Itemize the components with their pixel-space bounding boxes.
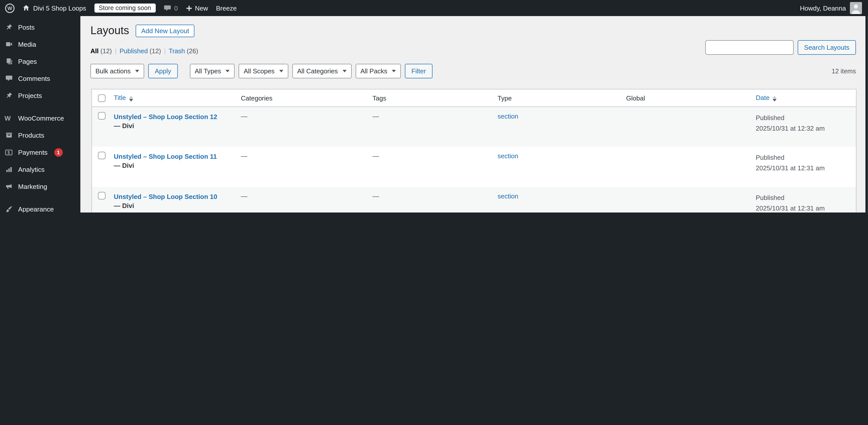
pin-icon — [4, 24, 13, 31]
new-label: New — [195, 4, 208, 12]
column-header-date[interactable]: Date — [752, 89, 856, 107]
row-title-cell: Unstyled – Shop Loop Section 11 — Divi — [114, 152, 227, 170]
admin-bar: W Divi 5 Shop Loops Store coming soon 0 … — [0, 0, 868, 16]
view-trash-link[interactable]: Trash (26) — [169, 47, 198, 55]
row-checkbox[interactable] — [98, 112, 105, 120]
archive-box-icon — [4, 132, 13, 139]
search-layouts-button[interactable]: Search Layouts — [798, 40, 856, 55]
home-icon — [23, 4, 30, 11]
filter-row: Bulk actions Apply All Types All Scopes … — [90, 64, 433, 79]
site-name-label: Divi 5 Shop Loops — [33, 4, 86, 12]
row-title-link[interactable]: Unstyled – Shop Loop Section 12 — [114, 113, 217, 121]
layouts-table: Title Categories Tags Type Global Date U… — [91, 89, 857, 212]
search-box: Search Layouts — [705, 40, 856, 55]
chevron-down-icon — [225, 70, 229, 72]
row-type-link[interactable]: section — [498, 113, 518, 120]
sidebar-item-projects[interactable]: Projects — [0, 87, 81, 104]
row-global — [622, 107, 752, 147]
admin-bar-left: W Divi 5 Shop Loops Store coming soon 0 … — [5, 3, 800, 13]
sidebar-menu: Posts Media Pages Comments Projects W Wo… — [0, 16, 81, 212]
sidebar-item-media[interactable]: Media — [0, 36, 81, 53]
megaphone-icon — [4, 183, 13, 190]
view-separator: | — [115, 47, 117, 55]
sidebar-item-woocommerce[interactable]: W WooCommerce — [0, 110, 81, 127]
filter-button[interactable]: Filter — [405, 64, 433, 79]
row-tags: — — [368, 147, 494, 187]
woocommerce-icon: W — [4, 115, 13, 121]
view-all-link[interactable]: All (12) — [90, 47, 112, 55]
bulk-actions-select[interactable]: Bulk actions — [90, 64, 144, 79]
all-types-select[interactable]: All Types — [190, 64, 235, 79]
row-checkbox[interactable] — [98, 152, 105, 159]
view-filter-links: All (12)|Published (12)|Trash (26) — [90, 47, 198, 55]
chevron-down-icon — [279, 70, 283, 72]
row-global — [622, 147, 752, 187]
column-header-title[interactable]: Title — [110, 89, 237, 107]
row-title-link[interactable]: Unstyled – Shop Loop Section 11 — [114, 153, 217, 160]
row-title-cell: Unstyled – Shop Loop Section 12 — Divi — [114, 113, 227, 131]
camera-icon — [4, 41, 13, 48]
plus-icon — [186, 5, 192, 11]
table-row: Unstyled – Shop Loop Section 12 — Divi —… — [92, 107, 856, 147]
table-row: Unstyled – Shop Loop Section 10 — Divi —… — [92, 187, 856, 212]
admin-bar-right: Howdy, Deanna — [800, 2, 862, 14]
column-header-categories: Categories — [237, 89, 368, 107]
chevron-down-icon — [342, 70, 346, 72]
admin-bar-comments[interactable]: 0 — [164, 4, 178, 12]
page-title: Layouts — [90, 24, 129, 37]
sidebar-item-appearance[interactable]: Appearance — [0, 201, 81, 212]
notification-badge: 1 — [54, 148, 63, 156]
sidebar-item-posts[interactable]: Posts — [0, 19, 81, 36]
chevron-down-icon — [392, 70, 396, 72]
row-checkbox[interactable] — [98, 192, 105, 199]
row-date: Published2025/10/31 at 12:32 am — [752, 107, 856, 147]
row-type-link[interactable]: section — [498, 152, 518, 160]
avatar[interactable] — [850, 2, 862, 14]
admin-bar-new[interactable]: New — [186, 4, 208, 12]
chevron-down-icon — [135, 70, 139, 72]
wordpress-logo-icon[interactable]: W — [5, 3, 14, 13]
row-global — [622, 187, 752, 212]
table-row: Unstyled – Shop Loop Section 11 — Divi —… — [92, 147, 856, 187]
row-title-link[interactable]: Unstyled – Shop Loop Section 10 — [114, 193, 217, 200]
row-categories: — — [237, 147, 368, 187]
credit-card-icon: $ — [4, 149, 13, 155]
sidebar-item-analytics[interactable]: Analytics — [0, 161, 81, 178]
view-separator: | — [164, 47, 166, 55]
comment-bubble-icon — [164, 4, 171, 11]
sort-arrows-icon — [129, 95, 133, 102]
comment-icon — [4, 75, 13, 82]
table-header-row: Title Categories Tags Type Global Date — [92, 89, 856, 107]
sidebar-item-payments[interactable]: $ Payments 1 — [0, 144, 81, 161]
row-categories: — — [237, 187, 368, 212]
admin-bar-site-name[interactable]: Divi 5 Shop Loops — [23, 4, 86, 12]
sidebar-item-products[interactable]: Products — [0, 127, 81, 144]
window-edge-scrollbar[interactable] — [866, 16, 868, 212]
title-row: Layouts Add New Layout — [81, 16, 868, 37]
store-coming-soon-badge[interactable]: Store coming soon — [94, 3, 155, 12]
search-input[interactable] — [705, 40, 794, 55]
apply-button[interactable]: Apply — [148, 64, 178, 79]
row-date: Published2025/10/31 at 12:31 am — [752, 187, 856, 212]
select-all-checkbox[interactable] — [98, 94, 105, 102]
column-header-tags: Tags — [368, 89, 494, 107]
all-categories-select[interactable]: All Categories — [292, 64, 351, 79]
column-header-global: Global — [622, 89, 752, 107]
row-tags: — — [368, 107, 494, 147]
sidebar-item-comments[interactable]: Comments — [0, 70, 81, 87]
row-date: Published2025/10/31 at 12:31 am — [752, 147, 856, 187]
row-type-link[interactable]: section — [498, 192, 518, 200]
view-published-link[interactable]: Published (12) — [120, 47, 161, 55]
all-scopes-select[interactable]: All Scopes — [239, 64, 288, 79]
sidebar-item-pages[interactable]: Pages — [0, 53, 81, 70]
column-header-type: Type — [494, 89, 622, 107]
add-new-layout-button[interactable]: Add New Layout — [135, 24, 195, 37]
svg-text:W: W — [4, 115, 11, 121]
howdy-label[interactable]: Howdy, Deanna — [800, 4, 846, 12]
row-title-suffix: — Divi — [114, 202, 134, 209]
sidebar: Posts Media Pages Comments Projects W Wo… — [0, 16, 81, 212]
admin-bar-breeze[interactable]: Breeze — [216, 4, 237, 12]
sidebar-item-marketing[interactable]: Marketing — [0, 178, 81, 195]
row-title-suffix: — Divi — [114, 122, 134, 130]
all-packs-select[interactable]: All Packs — [355, 64, 401, 79]
